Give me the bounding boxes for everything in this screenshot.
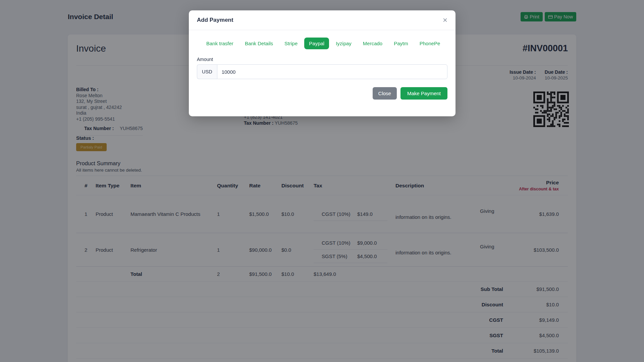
tab-bank-details[interactable]: Bank Details (240, 38, 278, 49)
tab-paypal[interactable]: Paypal (304, 38, 329, 49)
close-icon[interactable]: × (443, 17, 447, 23)
tab-stripe[interactable]: Stripe (280, 38, 302, 49)
amount-input-group: USD (197, 64, 447, 79)
payment-method-tabs: Bank trasfer Bank Details Stripe Paypal … (202, 38, 447, 49)
amount-label: Amount (197, 57, 447, 62)
amount-input[interactable] (217, 64, 447, 79)
tab-paytm[interactable]: Paytm (389, 38, 413, 49)
tab-bank-transfer[interactable]: Bank trasfer (202, 38, 238, 49)
tab-iyzipay[interactable]: Iyzipay (331, 38, 356, 49)
modal-footer: Close Make Payment (189, 79, 455, 116)
close-button[interactable]: Close (373, 87, 397, 100)
add-payment-modal: Add Payment × Bank trasfer Bank Details … (189, 10, 455, 116)
tab-phonepe[interactable]: PhonePe (415, 38, 445, 49)
currency-prefix: USD (197, 64, 217, 79)
modal-title: Add Payment (197, 17, 233, 23)
modal-body: Bank trasfer Bank Details Stripe Paypal … (189, 30, 455, 79)
modal-header: Add Payment × (189, 10, 455, 30)
tab-mercado[interactable]: Mercado (358, 38, 387, 49)
make-payment-button[interactable]: Make Payment (400, 87, 447, 100)
